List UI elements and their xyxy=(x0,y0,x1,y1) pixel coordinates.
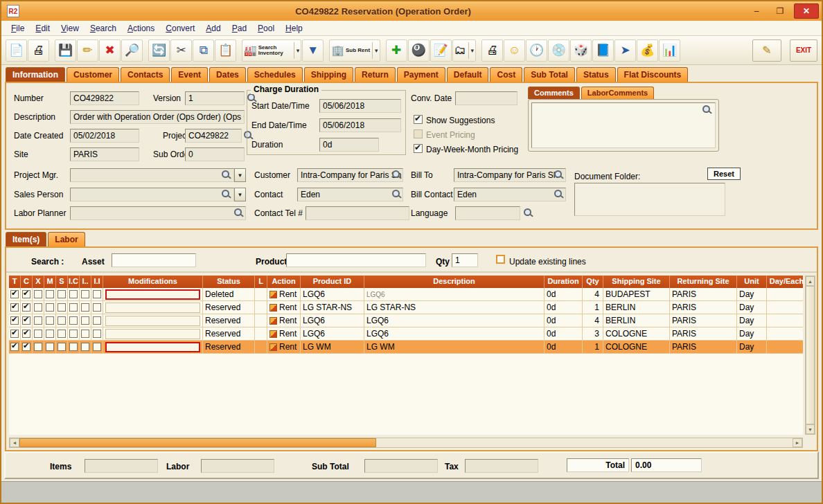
table-row-3[interactable]: ReservedRentLGQ6LGQ60d4BERLINPARISDay xyxy=(9,314,803,327)
show-suggestions-checkbox[interactable] xyxy=(414,115,423,124)
row-checkbox[interactable] xyxy=(81,330,89,338)
print-button[interactable]: 🖨 xyxy=(28,39,49,62)
row-checkbox[interactable] xyxy=(22,343,30,351)
menu-item-search[interactable]: Search xyxy=(85,21,122,35)
pool-button[interactable]: 🎱 xyxy=(408,39,430,62)
cell-action[interactable]: Rent xyxy=(267,327,301,340)
customer-search-icon[interactable] xyxy=(391,170,402,180)
cell-action[interactable]: Rent xyxy=(267,341,301,353)
document-folder-box[interactable] xyxy=(574,183,725,216)
cell-modifications[interactable] xyxy=(103,314,203,327)
cell-product-id[interactable]: LG STAR-NS xyxy=(301,301,364,314)
row-checkbox[interactable] xyxy=(57,290,66,298)
column-header-x[interactable]: X xyxy=(33,276,44,288)
modifications-box[interactable] xyxy=(105,342,200,352)
column-header-product-id[interactable]: Product ID xyxy=(301,276,364,288)
cell-l[interactable] xyxy=(255,314,267,327)
bill-to-field[interactable]: Intra-Company for Paris Sh xyxy=(454,168,566,182)
comments-tab-laborcomments[interactable]: LaborComments xyxy=(581,87,654,99)
cell-duration[interactable]: 0d xyxy=(545,288,583,300)
contact-tel-field[interactable] xyxy=(306,206,409,220)
duration-field[interactable]: 0d xyxy=(319,138,379,152)
sub-orders-field[interactable]: 0 xyxy=(185,147,245,161)
items-tab-item-s[interactable]: Item(s) xyxy=(6,232,46,246)
row-checkbox[interactable] xyxy=(57,316,66,325)
cell-status[interactable]: Deleted xyxy=(203,288,255,300)
number-field[interactable]: CO429822 xyxy=(70,91,139,105)
cell-duration[interactable]: 0d xyxy=(545,301,583,314)
cell-qty[interactable]: 1 xyxy=(583,341,603,353)
cell-description[interactable]: LG WM xyxy=(364,341,545,353)
row-checkbox[interactable] xyxy=(81,290,89,298)
reports-button[interactable]: 📊 xyxy=(659,39,680,62)
cell-returning-site[interactable]: PARIS xyxy=(670,314,737,327)
cell-l[interactable] xyxy=(255,301,267,314)
horizontal-scroll-thumb[interactable] xyxy=(19,438,376,447)
cell-duration[interactable]: 0d xyxy=(545,327,583,340)
tab-customer[interactable]: Customer xyxy=(67,67,119,82)
column-header-status[interactable]: Status xyxy=(203,276,255,288)
cell-day-each[interactable] xyxy=(767,301,803,314)
column-header-unit[interactable]: Unit xyxy=(737,276,767,288)
column-header-action[interactable]: Action xyxy=(267,276,301,288)
column-header-i-c[interactable]: I.C xyxy=(68,276,80,288)
qty-input[interactable]: 1 xyxy=(452,253,478,267)
row-checkbox[interactable] xyxy=(10,343,19,351)
row-checkbox[interactable] xyxy=(22,303,30,312)
tab-dates[interactable]: Dates xyxy=(209,67,246,82)
cell-returning-site[interactable]: PARIS xyxy=(670,341,737,353)
menu-item-view[interactable]: View xyxy=(55,21,85,35)
cell-qty[interactable]: 4 xyxy=(583,314,603,327)
magic-pen-button[interactable]: ✎ xyxy=(752,39,781,62)
cell-shipping-site[interactable]: BUDAPEST xyxy=(603,288,670,300)
cell-unit[interactable]: Day xyxy=(737,327,767,340)
table-row-4[interactable]: ReservedRentLGQ6LGQ60d3COLOGNEPARISDay xyxy=(9,327,803,341)
row-checkbox[interactable] xyxy=(69,290,78,298)
modifications-box[interactable] xyxy=(105,303,200,313)
project-mgr-dropdown[interactable]: ▼ xyxy=(234,168,246,182)
labor-planner-field[interactable] xyxy=(70,206,246,220)
filter-button[interactable]: ▼ xyxy=(302,39,324,62)
schedule-button[interactable]: 🕐 xyxy=(526,39,547,62)
row-checkbox[interactable] xyxy=(46,303,54,312)
new-order-button[interactable]: 📄 xyxy=(6,39,27,62)
cell-unit[interactable]: Day xyxy=(737,341,767,353)
cell-description[interactable]: LGQ6 xyxy=(364,288,545,300)
cell-description[interactable]: LGQ6 xyxy=(364,314,545,327)
media-button[interactable]: 💿 xyxy=(548,39,569,62)
cell-product-id[interactable]: LGQ6 xyxy=(301,327,364,340)
column-header-t[interactable]: T xyxy=(9,276,21,288)
day-week-month-checkbox[interactable] xyxy=(414,144,423,153)
cell-status[interactable]: Reserved xyxy=(203,341,255,353)
column-header-returning-site[interactable]: Returning Site xyxy=(670,276,737,288)
worksheet-button[interactable]: 📘 xyxy=(592,39,614,62)
scroll-up-icon[interactable]: ▲ xyxy=(806,276,815,286)
vertical-scroll-thumb[interactable] xyxy=(806,286,815,424)
cell-day-each[interactable] xyxy=(767,327,803,340)
cell-returning-site[interactable]: PARIS xyxy=(670,327,737,340)
end-date-field[interactable]: 05/06/2018 xyxy=(319,118,401,132)
modifications-box[interactable] xyxy=(105,289,200,300)
cell-status[interactable]: Reserved xyxy=(203,327,255,340)
scroll-right-icon[interactable]: ► xyxy=(793,438,802,447)
row-checkbox[interactable] xyxy=(69,303,78,312)
vertical-scrollbar[interactable]: ▲ ▼ xyxy=(805,276,815,435)
row-checkbox[interactable] xyxy=(22,290,30,298)
cell-qty[interactable]: 1 xyxy=(583,301,603,314)
billing-button[interactable]: 💰 xyxy=(637,39,658,62)
cell-qty[interactable]: 4 xyxy=(583,288,603,300)
product-input[interactable] xyxy=(286,253,426,267)
copy-button[interactable]: ⧉ xyxy=(193,39,214,62)
comments-search-icon[interactable] xyxy=(702,105,712,115)
row-checkbox[interactable] xyxy=(34,343,42,351)
column-header-shipping-site[interactable]: Shipping Site xyxy=(603,276,670,288)
menu-item-pad[interactable]: Pad xyxy=(227,21,252,35)
horizontal-scrollbar[interactable]: ◄ ► xyxy=(9,438,803,448)
bill-contact-field[interactable]: Eden xyxy=(454,188,566,201)
convert-button[interactable]: 🔄 xyxy=(148,39,170,62)
table-row-5[interactable]: ReservedRentLG WMLG WM0d1COLOGNEPARISDay xyxy=(9,341,803,354)
sales-person-field[interactable] xyxy=(70,188,234,201)
add-item-button[interactable]: ✚ xyxy=(386,39,407,62)
modifications-box[interactable] xyxy=(105,329,200,339)
row-checkbox[interactable] xyxy=(34,303,42,312)
